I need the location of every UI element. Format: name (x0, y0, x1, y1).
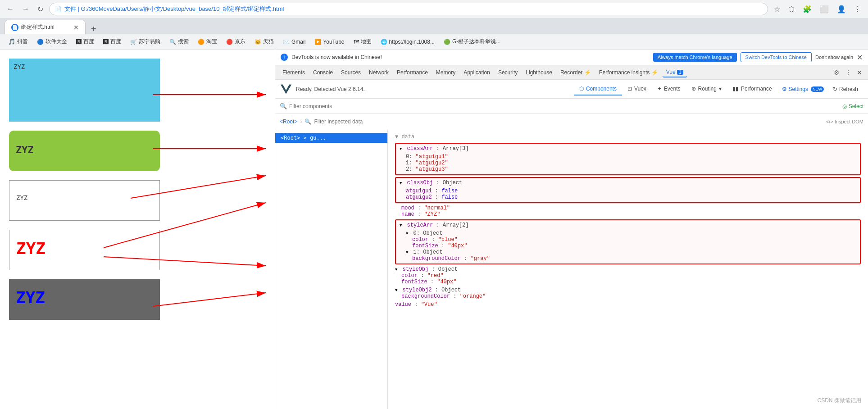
back-button[interactable]: ← (5, 4, 16, 14)
bookmark-youtube[interactable]: ▶️ YouTube (312, 38, 347, 46)
tab-active[interactable]: 📄 绑定样式.html ✕ (5, 20, 86, 34)
new-tab-button[interactable]: + (86, 24, 101, 34)
bookmark-search[interactable]: 🔍 搜索 (167, 37, 191, 46)
box4: ZYZ (9, 230, 160, 270)
notification-text: DevTools is now available in Chinese! (291, 54, 650, 60)
gmail-icon: ✉️ (283, 39, 290, 45)
vue-nav-performance[interactable]: ▮▮ Performance (727, 83, 777, 95)
profile-button[interactable]: 👤 (835, 4, 848, 14)
tab-console[interactable]: Console (309, 68, 336, 77)
tab-perf-insights[interactable]: Performance insights ⚡ (595, 68, 662, 77)
webpage-panel: ZYZ ZYZ ZYZ ZYZ ZYZ (0, 50, 275, 409)
classObj-type: : Object (436, 180, 462, 186)
vue-refresh-button[interactable]: ↻ Refresh (828, 83, 863, 95)
classObj-item-atguigu2: atguigu2 : false (406, 194, 856, 200)
styleObj2-toggle[interactable] (395, 287, 397, 293)
tab-recorder[interactable]: Recorder ⚡ (557, 68, 595, 77)
jd-icon: 🔴 (226, 39, 233, 45)
bookmark-tmall[interactable]: 🐱 天猫 (252, 37, 277, 46)
data-panel: ▼ data classArr : Array[3] 0: "atguigu1" (388, 129, 868, 409)
data-section-header: ▼ data (395, 134, 861, 140)
devtools-close-button[interactable]: ✕ (854, 68, 864, 77)
map-icon: 🗺 (354, 39, 359, 45)
bookmark-label: 抖音 (17, 38, 28, 45)
styleObj2-section: styleObj2 : Object backgroundColor : "or… (395, 287, 861, 300)
tab-memory[interactable]: Memory (432, 68, 459, 77)
puzzle-button[interactable]: 🧩 (800, 4, 814, 14)
ext-button[interactable]: ⬡ (786, 4, 797, 14)
tab-performance[interactable]: Performance (393, 68, 432, 77)
refresh-icon: ↻ (833, 86, 837, 92)
notification-icon: i (281, 54, 288, 61)
vue-nav-routing[interactable]: ⊕ Routing ▾ (686, 83, 727, 95)
more-options-button[interactable]: ⋮ (843, 68, 854, 77)
styleObj-toggle[interactable] (395, 266, 397, 273)
breadcrumb-root[interactable]: <Root> (280, 118, 297, 125)
bookmark-suning[interactable]: 🛒 苏宁易购 (127, 37, 163, 46)
tree-item-root[interactable]: <Root> > gu... (275, 133, 387, 143)
inspect-dom-button[interactable]: </> Inspect DOM (826, 119, 863, 124)
select-button[interactable]: ◎ Select (842, 103, 863, 109)
styleArr-item1: 1: Object (400, 249, 856, 255)
notification-close-button[interactable]: ✕ (857, 53, 863, 62)
bookmark-taobao[interactable]: 🟠 淘宝 (195, 37, 220, 46)
bookmark-jd[interactable]: 🔴 京东 (223, 37, 248, 46)
box3-label: ZYZ (16, 194, 27, 201)
window-button[interactable]: ⬜ (818, 4, 831, 14)
bookmark-label: 百度 (83, 38, 94, 45)
vue-nav-components[interactable]: ⬡ Components (574, 83, 622, 95)
styleArr-item1-toggle[interactable] (406, 249, 408, 255)
address-bar[interactable]: 📄 文件 | G:/360MoveData/Users/静小文/Desktop/… (49, 3, 768, 15)
vue-nav-vuex[interactable]: ⊡ Vuex (622, 83, 652, 95)
bookmark-label: G-橙子达本科举说... (452, 38, 500, 45)
bookmark-label: 天猫 (263, 38, 274, 45)
menu-button[interactable]: ⋮ (852, 4, 863, 14)
vue-nav-events[interactable]: ✦ Events (652, 83, 686, 95)
tab-security[interactable]: Security (495, 68, 521, 77)
classObj-items: atguigu1 : false atguigu2 : false (400, 188, 856, 200)
settings-label: Settings (789, 86, 808, 92)
tab-favicon: 📄 (11, 24, 18, 31)
tab-sources[interactable]: Sources (337, 68, 364, 77)
styleArr-item1-props: backgroundColor : "gray" (400, 255, 856, 262)
login-icon: 🌐 (381, 39, 387, 45)
reload-button[interactable]: ↻ (35, 4, 45, 14)
filter-components-input[interactable] (289, 103, 842, 109)
filter-inspected-input[interactable] (314, 118, 382, 125)
bookmark-login[interactable]: 🌐 https://login.1008... (378, 38, 437, 46)
vuex-icon: ⊡ (627, 86, 632, 92)
bookmark-baidu2[interactable]: 🅱 百度 (100, 37, 124, 46)
tab-lighthouse[interactable]: Lighthouse (522, 68, 556, 77)
dont-show-button[interactable]: Don't show again (815, 55, 853, 60)
classArr-items: 0: "atguigu1" 1: "atguigu2" 2: "atguigu3… (400, 154, 856, 173)
software-icon: 🔵 (37, 39, 44, 45)
bookmark-label: YouTube (323, 39, 344, 45)
tab-network[interactable]: Network (365, 68, 392, 77)
styleArr-highlight: styleArr : Array[2] 0: Object color : "b… (395, 219, 861, 264)
bookmark-label: 京东 (235, 38, 245, 45)
bookmark-csdn[interactable]: 🟢 G-橙子达本科举说... (441, 37, 503, 46)
tab-elements[interactable]: Elements (279, 68, 309, 77)
match-language-button[interactable]: Always match Chrome's language (653, 53, 737, 62)
bookmark-baidu1[interactable]: 🅱 百度 (73, 37, 97, 46)
tab-close-icon[interactable]: ✕ (73, 24, 79, 31)
bookmark-gmail[interactable]: ✉️ Gmail (280, 38, 308, 46)
styleArr-item0: 0: Object (400, 230, 856, 236)
tab-application[interactable]: Application (460, 68, 494, 77)
switch-chinese-button[interactable]: Switch DevTools to Chinese (741, 52, 812, 62)
vue-nav-settings[interactable]: ⚙ Settings NEW (777, 83, 828, 95)
bookmark-map[interactable]: 🗺 地图 (351, 37, 374, 46)
forward-button[interactable]: → (20, 4, 32, 14)
styleArr-item0-toggle[interactable] (406, 230, 408, 236)
filter-icon: 🔍 (280, 103, 287, 109)
styleArr-toggle[interactable] (400, 222, 402, 228)
classObj-toggle[interactable] (400, 180, 402, 186)
bookmark-douyin[interactable]: 🎵 抖音 (5, 37, 31, 46)
tab-vue[interactable]: Vue 1 (663, 68, 687, 77)
bookmark-label: 搜索 (178, 38, 189, 45)
styleArr-fontSize: fontSize : "40px" (412, 243, 856, 249)
star-button[interactable]: ☆ (772, 4, 782, 14)
bookmark-software[interactable]: 🔵 软件大全 (34, 37, 70, 46)
settings-icon-button[interactable]: ⚙ (832, 68, 842, 77)
classArr-toggle[interactable] (400, 145, 402, 152)
